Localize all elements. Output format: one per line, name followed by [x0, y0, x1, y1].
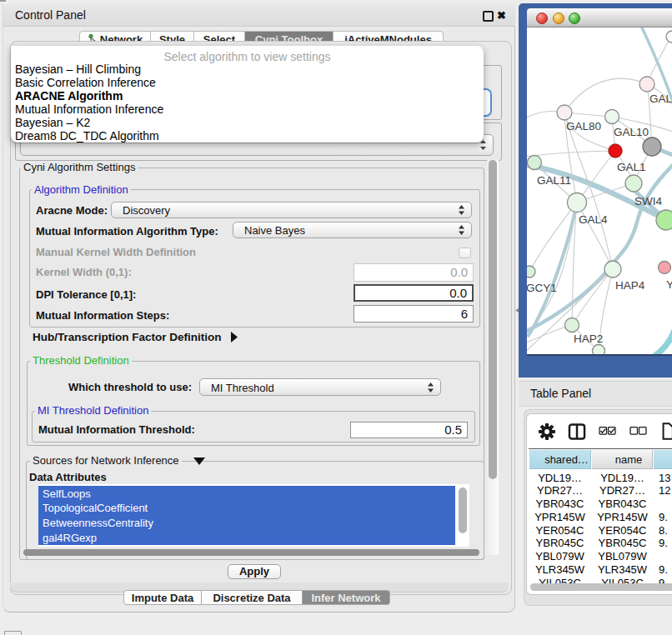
svg-text:GCY1: GCY1 — [527, 282, 557, 294]
svg-text:GAL11: GAL11 — [537, 174, 571, 187]
svg-text:HAP2: HAP2 — [574, 332, 603, 345]
svg-text:GAL1: GAL1 — [617, 161, 646, 173]
svg-text:GAL80: GAL80 — [566, 120, 601, 132]
svg-text:GAL4: GAL4 — [579, 213, 608, 226]
svg-text:Y: Y — [666, 278, 672, 291]
svg-text:SWI4: SWI4 — [634, 195, 662, 208]
svg-text:GAL: GAL — [649, 92, 672, 105]
svg-text:GAL10: GAL10 — [614, 126, 649, 138]
svg-text:HAP4: HAP4 — [615, 279, 645, 292]
